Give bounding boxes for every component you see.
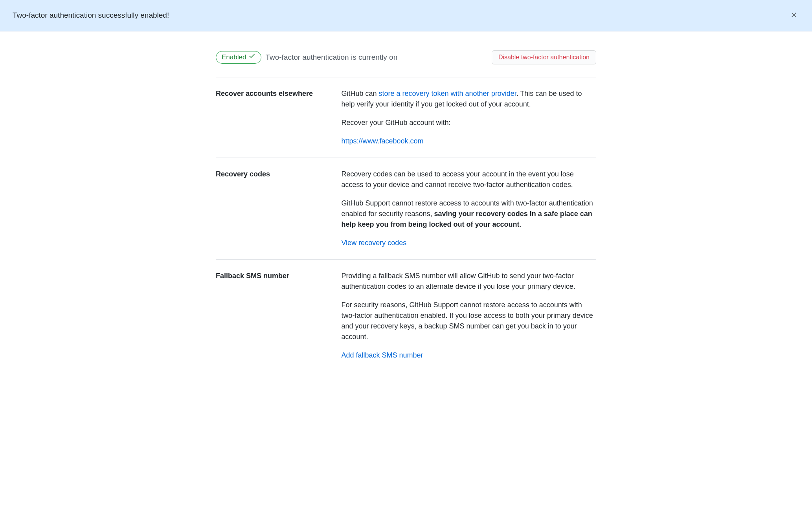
- status-left: Enabled Two-factor authentication is cur…: [216, 51, 397, 64]
- fallback-sms-p1: Providing a fallback SMS number will all…: [341, 271, 596, 292]
- disable-2fa-button[interactable]: Disable two-factor authentication: [492, 50, 596, 64]
- recovery-provider-link[interactable]: https://www.facebook.com: [341, 137, 423, 145]
- section-body: Recovery codes can be used to access you…: [341, 169, 596, 248]
- recovery-codes-p2: GitHub Support cannot restore access to …: [341, 198, 596, 230]
- view-recovery-codes-link[interactable]: View recovery codes: [341, 239, 406, 247]
- text-fragment: GitHub can: [341, 90, 378, 97]
- banner-text: Two-factor authentication successfully e…: [13, 10, 169, 21]
- enabled-badge: Enabled: [216, 51, 261, 64]
- section-body: GitHub can store a recovery token with a…: [341, 88, 596, 147]
- section-heading: Fallback SMS number: [216, 271, 341, 361]
- section-heading: Recover accounts elsewhere: [216, 88, 341, 147]
- section-heading: Recovery codes: [216, 169, 341, 248]
- check-icon: [248, 52, 255, 62]
- recover-elsewhere-description: GitHub can store a recovery token with a…: [341, 88, 596, 110]
- close-icon: [790, 11, 798, 20]
- banner-close-button[interactable]: [788, 9, 799, 22]
- fallback-sms-section: Fallback SMS number Providing a fallback…: [216, 260, 596, 372]
- enabled-badge-label: Enabled: [222, 52, 246, 62]
- status-header: Enabled Two-factor authentication is cur…: [216, 50, 596, 77]
- status-text: Two-factor authentication is currently o…: [265, 52, 397, 63]
- fallback-sms-p2: For security reasons, GitHub Support can…: [341, 300, 596, 342]
- recovery-codes-p1: Recovery codes can be used to access you…: [341, 169, 596, 190]
- section-body: Providing a fallback SMS number will all…: [341, 271, 596, 361]
- recover-elsewhere-section: Recover accounts elsewhere GitHub can st…: [216, 77, 596, 158]
- text-fragment: .: [520, 220, 522, 228]
- recover-with-label: Recover your GitHub account with:: [341, 117, 596, 128]
- recovery-codes-section: Recovery codes Recovery codes can be use…: [216, 158, 596, 260]
- success-banner: Two-factor authentication successfully e…: [0, 0, 812, 31]
- store-recovery-token-link[interactable]: store a recovery token with another prov…: [378, 90, 516, 97]
- settings-container: Enabled Two-factor authentication is cur…: [209, 31, 603, 384]
- add-fallback-sms-link[interactable]: Add fallback SMS number: [341, 351, 423, 359]
